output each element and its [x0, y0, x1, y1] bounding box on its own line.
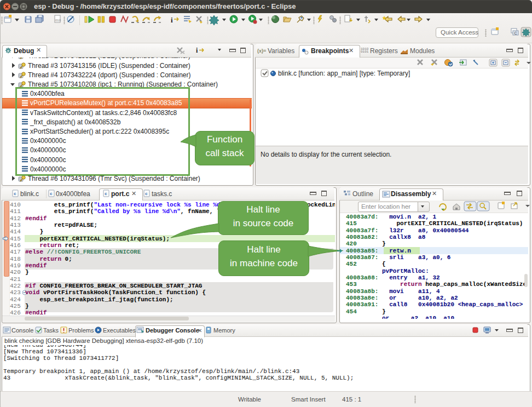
svg-text:i: i — [196, 47, 198, 54]
svg-text:i: i — [171, 16, 173, 24]
svg-text:C: C — [514, 31, 517, 35]
svg-text:c: c — [145, 191, 148, 196]
svg-text:c: c — [105, 191, 107, 196]
svg-text:c: c — [50, 191, 53, 196]
svg-text:010: 010 — [55, 19, 61, 22]
svg-text:c: c — [14, 191, 16, 196]
